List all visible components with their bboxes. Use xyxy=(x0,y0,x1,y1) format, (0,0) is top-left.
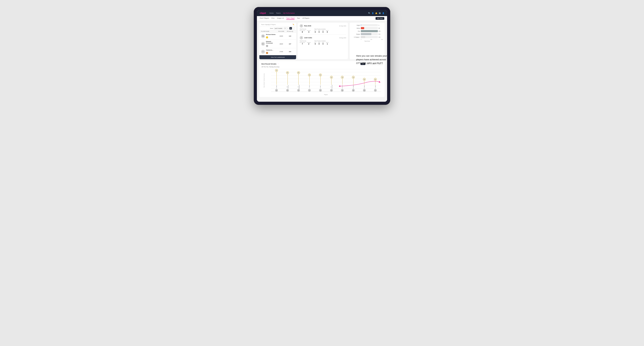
nav-home[interactable]: Home xyxy=(269,12,274,14)
player-name: Edward Crossman xyxy=(266,41,277,44)
streak-bubble: 4x xyxy=(341,76,344,79)
player-avg: 103 xyxy=(286,51,294,52)
streak-player-col: 4x E. Crossman E xyxy=(330,69,333,92)
leaderboard-panel: Team Clippd | 14 Players ✏️ Show Last 3 … xyxy=(259,23,296,59)
nav-bar: clippd Home Teams My Performance 🔍 👤 🔔 ⚙… xyxy=(257,10,387,16)
streak-player-col: 5x J. Coles J xyxy=(308,69,311,92)
sub-nav-pga[interactable]: PGA xyxy=(272,17,274,20)
streak-player-avatar: C xyxy=(374,89,377,92)
chart-bar-row: Pars 499 xyxy=(352,30,383,32)
logo: clippd xyxy=(260,12,266,14)
axis-200: 200 xyxy=(370,39,372,40)
streak-player-avatar: B xyxy=(286,89,289,92)
stat-player-name: Rees Britt xyxy=(304,25,339,27)
bar-fill xyxy=(361,24,361,26)
streak-player-col: 7x E. Ebert E xyxy=(275,69,278,92)
chart-bar-row: D. Bogeys + 131 xyxy=(352,36,383,38)
grid-view-icon[interactable]: ⊞ xyxy=(284,27,286,29)
view-full-leaderboard-button[interactable]: View Full Leaderboard xyxy=(259,55,296,59)
streak-line xyxy=(276,72,277,85)
user-icon[interactable]: 👤 xyxy=(372,12,374,14)
stat-details: Total Rounds Tournament 7 Practice xyxy=(300,40,346,45)
add-team-button[interactable]: Add Team xyxy=(376,17,384,20)
nav-my-performance[interactable]: My Performance xyxy=(283,12,295,14)
y-axis-title: Best Streak, Fairway Accuracy xyxy=(264,73,264,87)
streak-player-avatar: R xyxy=(319,89,322,92)
sub-nav-pgat[interactable]: PGAT Players xyxy=(260,17,269,20)
player-avg: 110 xyxy=(286,35,294,37)
bar-container xyxy=(361,30,378,32)
player-name-vertical: E. Crossman xyxy=(330,85,332,89)
table-view-icon[interactable]: ▤ xyxy=(290,27,292,29)
streak-bubble: 3x xyxy=(363,78,366,81)
best-round-streaks-panel: Best Round Streaks ← OTT APP ARG PUTT xyxy=(259,61,385,97)
streak-bar: 4x xyxy=(331,76,332,85)
score-chart-panel: Eagles 3 Birdies 96 Pars 499 Bogeys 311 … xyxy=(350,23,385,59)
app-stat: APP 0 xyxy=(318,42,320,45)
annotation-box: Here you can see streaks your players ha… xyxy=(356,54,388,65)
axis-0: 0 xyxy=(361,39,362,40)
streak-player-col: 6x D. Billingham D xyxy=(297,69,300,92)
sub-nav-all-players[interactable]: All Players xyxy=(302,17,310,20)
bar-container xyxy=(361,27,378,29)
bar-label: D. Bogeys + xyxy=(352,36,360,38)
practice-group: Total Practice Activities OTT 0 APP xyxy=(314,28,329,33)
rounds-label: Total Rounds xyxy=(300,28,310,30)
sub-nav-tour[interactable]: Tour xyxy=(297,17,300,20)
settings-icon[interactable]: ⚙️ xyxy=(379,12,381,14)
arg-stat: ARG 0 xyxy=(322,30,324,33)
streak-player-avatar: E xyxy=(275,89,278,92)
show-label: Show xyxy=(270,28,273,29)
avatar: EC xyxy=(261,42,265,46)
bar-value: 96 xyxy=(378,28,383,29)
sub-nav-hcaps[interactable]: Hcaps 1-5 xyxy=(277,17,284,20)
table-row[interactable]: C Cameron... 3 17/20 103 xyxy=(259,48,296,55)
practice-label: Total Practice Activities xyxy=(314,40,329,42)
streak-players: 7x E. Ebert E 6x B. McHerg B 6x D. Billi… xyxy=(271,69,381,92)
streak-player-col: 5x R. Britt R xyxy=(319,69,322,92)
nav-teams[interactable]: Teams xyxy=(276,12,281,14)
sub-nav-links: PGAT Players PGA Hcaps 1-5 Team Clippd T… xyxy=(260,17,376,20)
chart-bar-row: Birdies 96 xyxy=(352,27,383,29)
practice-group: Total Practice Activities OTT 0 APP xyxy=(314,40,329,45)
period-dropdown[interactable]: Last 3 months xyxy=(274,27,283,29)
table-row[interactable]: RB Richard Butler 1 19/20 110 xyxy=(259,33,296,40)
streak-bubble: 4x xyxy=(352,76,355,79)
player-info: Richard Butler 1 xyxy=(266,34,277,38)
annotation-text: Here you can see streaks your players ha… xyxy=(356,54,388,65)
streak-bubble: 4x xyxy=(330,76,333,79)
list-view-icon[interactable]: ≡ xyxy=(287,27,289,29)
edit-icon[interactable]: ✏️ xyxy=(292,24,294,25)
bar-fill xyxy=(361,33,371,35)
player-score: 17/20 xyxy=(277,51,286,52)
streak-player-col: 3x C. Quick C xyxy=(374,69,377,92)
putt-stat: PUTT 1 xyxy=(326,42,329,45)
nav-links: Home Teams My Performance xyxy=(269,12,368,14)
streak-bubble: 7x xyxy=(275,69,278,72)
streak-line xyxy=(288,74,288,85)
bar-value: 499 xyxy=(378,30,383,32)
stat-card-header: RB Rees Britt 02 Sep 2023 xyxy=(300,24,346,28)
x-axis-label: Players xyxy=(271,94,381,95)
table-row[interactable]: EC Edward Crossman 2 18/20 107 xyxy=(259,40,296,48)
chart-bar-row: Eagles 3 xyxy=(352,24,383,26)
streak-player-avatar: E xyxy=(330,89,333,92)
chart-view-icon[interactable]: ↓ xyxy=(292,27,295,29)
search-icon[interactable]: 🔍 xyxy=(368,12,370,14)
streak-bubble: 6x xyxy=(286,71,289,74)
bar-label: Birdies xyxy=(352,28,360,29)
panel-title: Team Clippd | 14 Players xyxy=(261,24,276,25)
tournament-stat: Tournament 8 xyxy=(300,30,305,33)
bar-label: Eagles xyxy=(352,25,360,26)
tournament-stat: Tournament 7 xyxy=(300,42,305,45)
rank-badge: 3 xyxy=(266,52,268,54)
player-avg: 107 xyxy=(286,43,294,45)
avatar-icon[interactable]: 👤 xyxy=(382,12,384,14)
panel-header: Team Clippd | 14 Players ✏️ xyxy=(259,23,296,26)
bell-icon[interactable]: 🔔 xyxy=(375,12,377,14)
streak-bar: 6x xyxy=(288,71,288,85)
streak-player-avatar: D xyxy=(297,89,300,92)
rank-badge: 2 xyxy=(266,45,268,47)
bar-fill xyxy=(361,27,364,29)
sub-nav-team-clippd[interactable]: Team Clippd xyxy=(286,17,294,20)
